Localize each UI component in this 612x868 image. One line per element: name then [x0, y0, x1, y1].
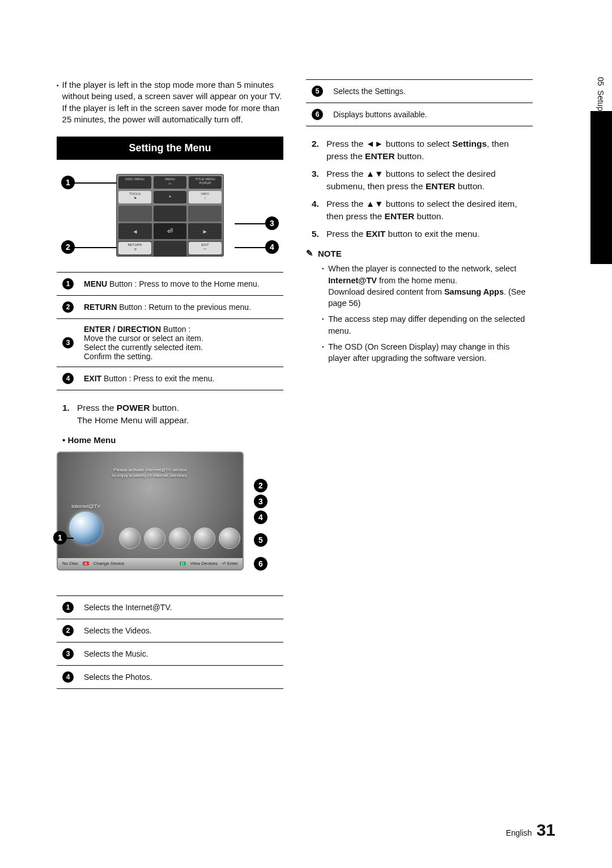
- legend-text: Selects the Music.: [79, 642, 283, 665]
- callout-3: 3: [265, 216, 279, 230]
- remote-legend-table: 1MENU Button : Press to move to the Home…: [57, 272, 283, 390]
- legend-text: EXIT Button : Press to exit the menu.: [79, 367, 283, 390]
- square-bullet-icon: ▪: [322, 341, 324, 364]
- legend-number: 5: [312, 86, 323, 97]
- legend-number: 1: [62, 602, 74, 613]
- step-text: Press the ▲▼ buttons to select the desir…: [326, 198, 533, 223]
- note-text: When the player is connected to the netw…: [328, 263, 533, 309]
- legend-text: Selects the Photos.: [79, 665, 283, 688]
- legend-text: Displays buttons available.: [329, 103, 533, 126]
- step-list-right: 2.Press the ◄► buttons to select Setting…: [312, 138, 533, 240]
- tv-callout-3: 3: [254, 495, 267, 508]
- legend-number: 2: [62, 301, 74, 313]
- note-heading: ✎ NOTE: [306, 248, 533, 258]
- home-menu-diagram: Please activate Internet@TV service to e…: [57, 452, 266, 582]
- remote-diagram: 1 2 3 4 DISC MENU MENU▭ TITLE MENUPOPUP …: [57, 170, 283, 261]
- callout-1: 1: [61, 176, 75, 189]
- globe-icon: [69, 512, 102, 544]
- legend-text: ENTER / DIRECTION Button :Move the curso…: [79, 319, 283, 367]
- legend-text: Selects the Settings.: [329, 80, 533, 103]
- legend-number: 1: [62, 278, 74, 290]
- page-number: 31: [537, 820, 555, 840]
- step-text: Press the ▲▼ buttons to select the desir…: [326, 168, 533, 193]
- legend-text: Selects the Videos.: [79, 619, 283, 642]
- page-footer: English 31: [506, 820, 555, 840]
- footer-language: English: [506, 828, 532, 837]
- legend-text: MENU Button : Press to move to the Home …: [79, 273, 283, 296]
- intro-text: If the player is left in the stop mode m…: [62, 79, 283, 125]
- side-chapter-tab: 05 Setup: [590, 74, 612, 255]
- note-icon: ✎: [306, 248, 313, 258]
- section-header: Setting the Menu: [57, 137, 283, 160]
- square-bullet-icon: ▪: [322, 313, 324, 337]
- legend-text: RETURN Button : Return to the previous m…: [79, 296, 283, 319]
- legend-number: 3: [62, 648, 74, 659]
- tv-callout-5: 5: [254, 533, 267, 547]
- chapter-title: Setup: [596, 90, 605, 111]
- step-text: Press the EXIT button to exit the menu.: [326, 228, 480, 240]
- tv-callout-6: 6: [254, 557, 267, 571]
- legend-text: Selects the Internet@TV.: [79, 595, 283, 619]
- step-text: Press the ◄► buttons to select Settings,…: [326, 138, 533, 163]
- home-legend-table: 1Selects the Internet@TV.2Selects the Vi…: [57, 595, 283, 689]
- intro-note: ▪ If the player is left in the stop mode…: [57, 79, 283, 125]
- note-list: ▪When the player is connected to the net…: [322, 263, 533, 364]
- note-text: The OSD (On Screen Display) may change i…: [328, 341, 533, 364]
- legend-number: 4: [62, 671, 74, 683]
- tv-callout-1: 1: [53, 531, 67, 544]
- callout-4: 4: [265, 240, 279, 254]
- remote-graphic: DISC MENU MENU▭ TITLE MENUPOPUP TOOLS⚑ ▲…: [116, 174, 224, 257]
- home-menu-heading: • Home Menu: [62, 435, 283, 445]
- step1-text: Press the POWER button.The Home Menu wil…: [77, 402, 189, 427]
- legend-number: 3: [62, 337, 74, 348]
- right-legend-table: 5Selects the Settings.6Displays buttons …: [306, 79, 533, 126]
- legend-number: 4: [62, 373, 74, 384]
- step-list-left: 1.Press the POWER button.The Home Menu w…: [62, 402, 283, 427]
- chapter-number: 05: [596, 77, 605, 86]
- note-text: The access step may differ depending on …: [328, 313, 533, 337]
- legend-number: 6: [312, 109, 323, 120]
- tv-callout-4: 4: [254, 510, 267, 524]
- square-bullet-icon: ▪: [322, 263, 324, 309]
- callout-2: 2: [61, 240, 75, 254]
- legend-number: 2: [62, 625, 74, 636]
- square-bullet-icon: ▪: [57, 79, 59, 125]
- tv-callout-2: 2: [254, 479, 267, 492]
